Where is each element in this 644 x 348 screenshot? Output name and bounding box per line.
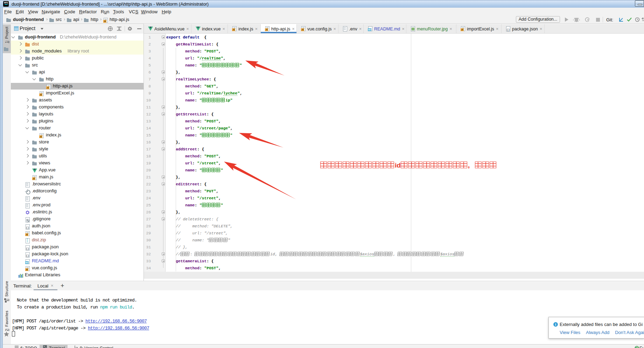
svg-text:Git:: Git:	[606, 17, 613, 22]
